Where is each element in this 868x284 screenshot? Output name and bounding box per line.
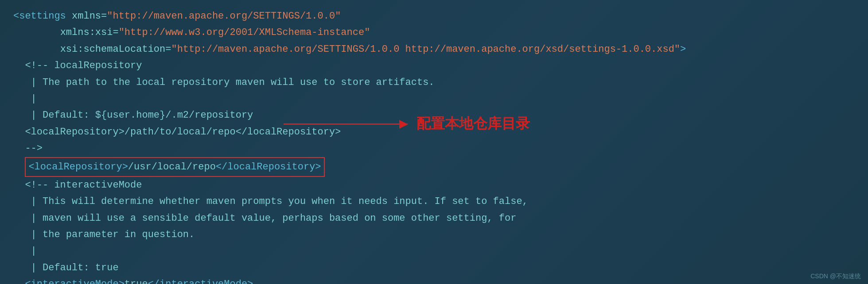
annotation-label: 配置本地仓库目录 [416, 114, 530, 134]
annotation-arrow [284, 123, 408, 125]
code-line-9: --> [13, 140, 855, 157]
local-repo-tag: <localRepository>/usr/local/repo</localR… [25, 157, 324, 177]
code-line-16: | Default: true [13, 260, 855, 276]
code-line-3: xsi:schemaLocation="http://maven.apache.… [13, 41, 855, 58]
code-line-12: | This will determine whether maven prom… [13, 193, 855, 210]
watermark: CSDN @不知迷统 [810, 272, 861, 280]
code-container: <settings xmlns="http://maven.apache.org… [0, 0, 868, 284]
code-line-5: | The path to the local repository maven… [13, 74, 855, 91]
code-line-4: <!-- localRepository [13, 58, 855, 74]
code-line-14: | the parameter in question. [13, 226, 855, 243]
tag-settings-open: <settings [13, 11, 66, 22]
code-line-11: <!-- interactiveMode [13, 177, 855, 193]
code-line-2: xmlns:xsi="http://www.w3.org/2001/XMLSch… [13, 24, 855, 41]
annotation-group: 配置本地仓库目录 [284, 114, 530, 134]
code-line-6: | [13, 91, 855, 107]
code-line-1: <settings xmlns="http://maven.apache.org… [13, 8, 855, 24]
code-line-17: <interactiveMode>true</interactiveMode> [13, 276, 855, 284]
code-line-13: | maven will use a sensible default valu… [13, 210, 855, 226]
code-line-10-highlighted: <localRepository>/usr/local/repo</localR… [13, 157, 855, 177]
code-line-15: | [13, 243, 855, 259]
